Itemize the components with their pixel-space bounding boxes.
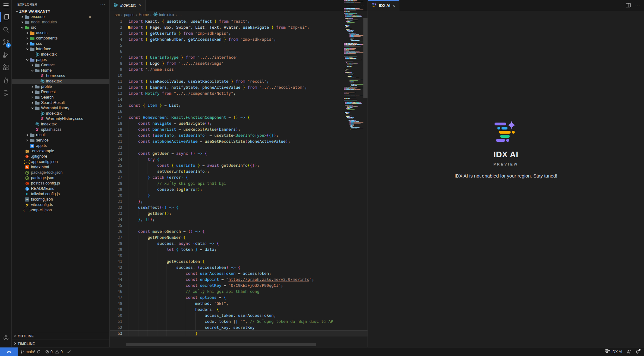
code-line-12[interactable]: 12import { banners, notifyState, phoneAc… — [110, 84, 368, 90]
tree-item-interface[interactable]: interface — [12, 46, 109, 52]
code-line-2[interactable]: 2import { Page, Box, Swiper, List, Text,… — [110, 24, 368, 30]
source-control-icon[interactable]: 1 — [0, 36, 12, 49]
editor-vertical-scrollbar[interactable] — [363, 18, 368, 98]
code-line-13[interactable]: 13import Notify from "../../components/N… — [110, 90, 368, 96]
tree-item-css[interactable]: css — [12, 41, 109, 46]
tree-item--env-example[interactable]: .env.example — [12, 148, 109, 154]
remote-edit-icon[interactable] — [65, 347, 73, 356]
tab-close-icon[interactable]: × — [138, 3, 142, 8]
tree-item-app-ts[interactable]: TSapp.ts — [12, 143, 109, 148]
breadcrumb-item--[interactable]: ... — [179, 13, 182, 17]
code-line-39[interactable]: 39let { token } = data; — [110, 246, 368, 252]
code-line-34[interactable]: 34}, []); — [110, 216, 368, 222]
code-line-26[interactable]: 26setUserInfo(userInfo); — [110, 168, 368, 174]
code-line-42[interactable]: 42success: (accessToken) => { — [110, 264, 368, 270]
panel-more-actions-icon[interactable]: ··· — [635, 3, 640, 8]
code-line-16[interactable]: 16 — [110, 108, 368, 114]
explorer-more-icon[interactable]: ··· — [100, 2, 106, 7]
code-line-10[interactable]: 10 — [110, 72, 368, 78]
tree-item-service[interactable]: service — [12, 138, 109, 143]
remote-indicator[interactable]: >< — [0, 347, 18, 356]
tree-item-recoil[interactable]: recoil — [12, 132, 109, 138]
tree-item-src[interactable]: src — [12, 25, 109, 30]
code-line-37[interactable]: 37getPhoneNumber({ — [110, 234, 368, 240]
code-line-24[interactable]: 24try { — [110, 156, 368, 162]
code-line-7[interactable]: 7import { UserInfoType } from '../../int… — [110, 54, 368, 60]
tab-idx-ai[interactable]: IDX AI × — [368, 0, 399, 11]
notifications-bell-icon[interactable] — [633, 347, 642, 356]
code-line-38[interactable]: 38success: async (data) => { — [110, 240, 368, 246]
tree-item-zmp-warranty[interactable]: ZMP-WARRANTY — [12, 9, 109, 14]
tree-item-request[interactable]: Request — [12, 89, 109, 95]
tree-item-readme-md[interactable]: iREADME.md — [12, 186, 109, 191]
code-line-19[interactable]: 19const bannerList = useRecoilValue(bann… — [110, 126, 368, 132]
code-line-18[interactable]: 18const navigate = useNavigate(); — [110, 120, 368, 126]
run-debug-icon[interactable] — [0, 49, 12, 61]
code-line-1[interactable]: 1import React, { useState, useEffect } f… — [110, 18, 368, 24]
code-line-20[interactable]: 20const [userInfo, setUserInfo] = useSta… — [110, 132, 368, 138]
section-timeline[interactable]: TIMELINE — [12, 340, 109, 347]
tree-item-tsconfig-json[interactable]: TStsconfig.json — [12, 197, 109, 202]
menu-icon[interactable] — [0, 0, 12, 11]
tree-item-index-html[interactable]: 5index.html — [12, 165, 109, 170]
code-line-9[interactable]: 9import './home.scss' — [110, 66, 368, 72]
code-line-14[interactable]: 14 — [110, 96, 368, 102]
tree-item-vite-config-ts[interactable]: vite.config.ts — [12, 202, 109, 208]
code-line-41[interactable]: 41getAccessToken({ — [110, 258, 368, 264]
code-line-11[interactable]: 11import { useRecoilValue, useSetRecoilS… — [110, 78, 368, 84]
tree-item-postcss-config-js[interactable]: postcss.config.js — [12, 181, 109, 186]
code-line-28[interactable]: 28// xử lý khi gọi api thất bại — [110, 180, 368, 186]
idx-ai-status-item[interactable]: IDX AI — [603, 347, 624, 356]
code-line-8[interactable]: 8import { Logo } from '../../assets/imgs… — [110, 60, 368, 66]
code-line-30[interactable]: 30} — [110, 192, 368, 198]
breadcrumb-item-index-tsx[interactable]: index.tsx — [153, 12, 174, 18]
tree-item--vscode[interactable]: .vscode — [12, 14, 109, 20]
code-line-52[interactable]: 52secret_key: secretKey — [110, 324, 368, 330]
tree-item-warrantyhistory-scss[interactable]: SWarrantyHistory.scss — [12, 116, 109, 122]
tree-item-package-json[interactable]: package.json — [12, 175, 109, 181]
tree-item-home-scss[interactable]: Shome.scss — [12, 73, 109, 79]
code-editor[interactable]: 1import React, { useState, useEffect } f… — [110, 18, 368, 347]
tree-item-home[interactable]: Home — [12, 68, 109, 73]
code-line-27[interactable]: 27} catch (error) { — [110, 174, 368, 180]
tree-item-searchresult[interactable]: SearchResult — [12, 100, 109, 106]
code-line-23[interactable]: 23const getUser = async () => { — [110, 150, 368, 156]
code-line-15[interactable]: 15const { Item } = List; — [110, 102, 368, 108]
code-line-46[interactable]: 46// xử lý khi gọi api thành công — [110, 288, 368, 294]
code-line-47[interactable]: 47const options = { — [110, 294, 368, 300]
code-line-50[interactable]: 50access_token: userAccessToken, — [110, 312, 368, 318]
tab-index-tsx[interactable]: index.tsx × — [110, 0, 146, 11]
tree-item-index-tsx[interactable]: index.tsx — [12, 111, 109, 116]
panel-tab-close-icon[interactable]: × — [392, 3, 395, 8]
code-line-35[interactable]: 35 — [110, 222, 368, 228]
problems-item[interactable]: 0 0 — [43, 347, 65, 356]
tree-item-warrantyhistory[interactable]: WarrantyHistory — [12, 106, 109, 111]
explorer-icon[interactable] — [0, 11, 12, 23]
firebase-icon[interactable] — [0, 74, 12, 87]
code-line-48[interactable]: 48method: "GET", — [110, 300, 368, 306]
code-line-33[interactable]: 33getUser(); — [110, 210, 368, 216]
settings-gear-icon[interactable] — [0, 331, 12, 344]
code-line-3[interactable]: 3import { getUserInfo } from "zmp-sdk/ap… — [110, 30, 368, 36]
code-line-4[interactable]: 4import { getPhoneNumber, getAccessToken… — [110, 36, 368, 42]
code-line-40[interactable]: 40 — [110, 252, 368, 258]
outline-list-icon[interactable] — [0, 87, 12, 99]
tree-item-app-config-json[interactable]: {..}app-config.json — [12, 159, 109, 165]
tree-item--gitignore[interactable]: .gitignore — [12, 154, 109, 159]
feedback-icon[interactable] — [624, 347, 633, 356]
tree-item-tailwind-config-js[interactable]: ≈tailwind.config.js — [12, 191, 109, 197]
tree-item-contact[interactable]: Contact — [12, 63, 109, 68]
git-branch-item[interactable]: main* — [18, 347, 43, 356]
code-line-53[interactable]: 53} — [110, 330, 368, 336]
code-line-21[interactable]: 21const setphoneActiveValue = useSetReco… — [110, 138, 368, 144]
code-line-29[interactable]: 29console.log(error); — [110, 186, 368, 192]
tree-item-assets[interactable]: assets — [12, 30, 109, 36]
code-line-45[interactable]: 45const secretKey = "Q7C9KE3FjQUX7P90qgC… — [110, 282, 368, 288]
code-line-22[interactable]: 22 — [110, 144, 368, 150]
section-outline[interactable]: OUTLINE — [12, 332, 109, 340]
extensions-icon[interactable] — [0, 61, 12, 74]
code-line-44[interactable]: 44const endpoint = "https://graph.zalo.m… — [110, 276, 368, 282]
code-line-6[interactable]: 6 — [110, 48, 368, 54]
split-editor-icon[interactable] — [626, 3, 631, 9]
editor-horizontal-scrollbar[interactable] — [126, 343, 316, 346]
